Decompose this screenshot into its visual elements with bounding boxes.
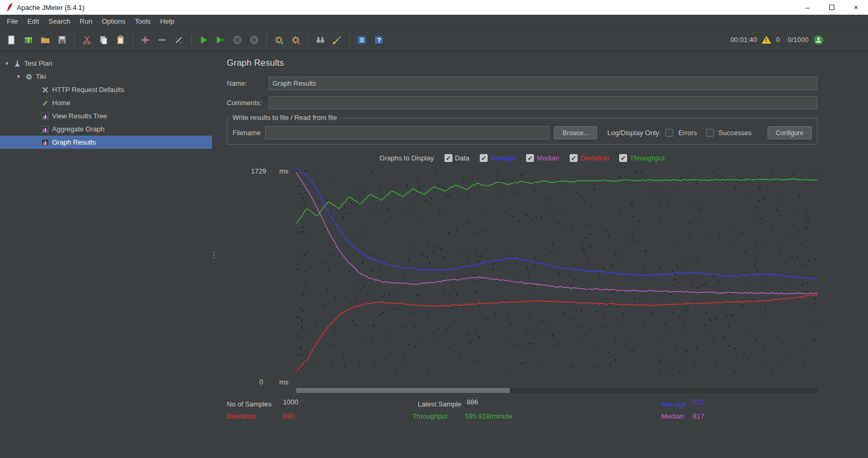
menu-edit[interactable]: Edit bbox=[23, 15, 44, 28]
clear-icon[interactable] bbox=[330, 33, 345, 47]
tree-item-label: View Results Tree bbox=[52, 112, 107, 120]
users-icon bbox=[813, 35, 824, 45]
tree-item-graph-results[interactable]: Graph Results bbox=[0, 136, 212, 149]
filename-input[interactable] bbox=[265, 126, 549, 139]
start-icon[interactable] bbox=[196, 33, 211, 47]
save-icon[interactable] bbox=[55, 33, 69, 47]
listener-chart-icon bbox=[41, 125, 49, 134]
remote-start-all-icon[interactable] bbox=[271, 33, 286, 47]
latest-sample-value: 886 bbox=[467, 398, 478, 406]
thread-count: 0/1000 bbox=[788, 36, 809, 44]
errors-checkbox[interactable] bbox=[665, 129, 673, 137]
comments-label: Comments: bbox=[227, 99, 269, 107]
tree-main-splitter[interactable]: ⋮ bbox=[212, 52, 216, 458]
menu-options[interactable]: Options bbox=[97, 15, 130, 28]
minimize-button[interactable]: – bbox=[795, 0, 820, 15]
successes-label: Successes bbox=[719, 129, 752, 137]
window-title: Apache JMeter (5.4.1) bbox=[17, 4, 85, 12]
tree-item-home[interactable]: Home bbox=[0, 96, 212, 109]
deviation-checkbox[interactable] bbox=[570, 154, 578, 162]
elapsed-time: 00:01:40 bbox=[730, 36, 757, 44]
configure-button[interactable]: Configure bbox=[768, 126, 812, 139]
average-stat-value: 821 bbox=[693, 398, 704, 406]
errors-label: Errors bbox=[678, 129, 697, 137]
tree-item-label: Graph Results bbox=[52, 138, 96, 146]
window-controls: – × bbox=[795, 0, 868, 15]
error-count[interactable]: 0 bbox=[776, 36, 780, 44]
graph-scrollbar[interactable] bbox=[296, 388, 817, 393]
start-no-pauses-icon[interactable] bbox=[213, 33, 228, 47]
graph-area: 1729 ms 0 ms bbox=[227, 166, 817, 386]
copy-icon[interactable] bbox=[96, 33, 111, 47]
jmeter-logo-icon bbox=[5, 3, 13, 12]
menu-file[interactable]: File bbox=[2, 15, 23, 28]
throughput-checkbox[interactable] bbox=[619, 154, 627, 162]
average-checkbox[interactable] bbox=[480, 154, 488, 162]
successes-checkbox[interactable] bbox=[706, 129, 714, 137]
remote-stop-all-icon[interactable] bbox=[288, 33, 303, 47]
graphs-to-display-row: Graphs to Display Data Average Median De… bbox=[227, 154, 817, 162]
data-label: Data bbox=[455, 154, 469, 162]
gear-icon bbox=[25, 73, 33, 81]
tree-item-test-plan[interactable]: ▾ Test Plan bbox=[0, 57, 212, 70]
shutdown-icon[interactable] bbox=[247, 33, 261, 47]
new-file-icon[interactable] bbox=[4, 33, 19, 47]
tree-item-view-results-tree[interactable]: View Results Tree bbox=[0, 109, 212, 123]
chevron-down-icon[interactable]: ▾ bbox=[15, 73, 22, 80]
tree-item-http-request-defaults[interactable]: HTTP Request Defaults bbox=[0, 83, 212, 96]
comments-input[interactable] bbox=[269, 96, 817, 109]
menu-help[interactable]: Help bbox=[156, 15, 179, 28]
browse-button[interactable]: Browse... bbox=[554, 126, 597, 139]
name-input[interactable] bbox=[269, 77, 817, 90]
log-display-only-label: Log/Display Only: bbox=[607, 129, 661, 137]
throughput-stat-label: Throughput bbox=[412, 412, 448, 420]
no-of-samples-label: No of Samples bbox=[227, 400, 271, 408]
svg-text:?: ? bbox=[377, 36, 381, 44]
tree-item-label: Tiki bbox=[36, 73, 46, 80]
help-icon[interactable]: ? bbox=[371, 33, 386, 47]
tree-item-aggregate-graph[interactable]: Aggregate Graph bbox=[0, 123, 212, 136]
latest-sample-label: Latest Sample bbox=[418, 400, 461, 408]
crossed-tools-icon bbox=[41, 86, 49, 94]
expand-add-icon[interactable] bbox=[138, 33, 153, 47]
toggle-icon[interactable] bbox=[171, 33, 186, 47]
test-plan-tree: ▾ Test Plan ▾ Tiki HTTP Request Defaults… bbox=[0, 52, 212, 458]
tree-item-label: Home bbox=[52, 99, 70, 107]
cut-icon[interactable] bbox=[79, 33, 94, 47]
menu-run[interactable]: Run bbox=[75, 15, 97, 28]
test-plan-flask-icon bbox=[13, 59, 22, 68]
data-checkbox[interactable] bbox=[445, 154, 452, 162]
y-axis-max-label: 1729 bbox=[251, 167, 266, 175]
main-panel: Graph Results Name: Comments: Write resu… bbox=[216, 52, 868, 458]
tree-item-label: Test Plan bbox=[24, 59, 52, 67]
listener-chart-icon bbox=[41, 112, 49, 120]
deviation-label: Deviation bbox=[580, 154, 609, 162]
menu-bar: File Edit Search Run Options Tools Help bbox=[0, 15, 868, 28]
paste-icon[interactable] bbox=[113, 33, 128, 47]
templates-icon[interactable] bbox=[21, 33, 36, 47]
average-stat-label: Average bbox=[661, 400, 687, 408]
median-label: Median bbox=[537, 154, 559, 162]
average-label: Average bbox=[490, 154, 516, 162]
menu-search[interactable]: Search bbox=[44, 15, 75, 28]
no-of-samples-value: 1000 bbox=[283, 398, 298, 406]
stop-icon[interactable] bbox=[230, 33, 245, 47]
tree-item-label: HTTP Request Defaults bbox=[52, 86, 124, 94]
graphs-to-display-label: Graphs to Display bbox=[379, 154, 433, 162]
median-checkbox[interactable] bbox=[526, 154, 534, 162]
open-file-icon[interactable] bbox=[38, 33, 53, 47]
chevron-down-icon[interactable]: ▾ bbox=[3, 60, 11, 67]
y-axis-min-label: 0 bbox=[259, 378, 263, 386]
tree-item-tiki[interactable]: ▾ Tiki bbox=[0, 70, 212, 83]
throughput-label: Throughput bbox=[630, 154, 665, 162]
scrollbar-thumb[interactable] bbox=[296, 388, 510, 393]
search-icon[interactable] bbox=[313, 33, 328, 47]
maximize-button[interactable] bbox=[820, 0, 844, 15]
close-button[interactable]: × bbox=[844, 0, 868, 15]
warning-icon[interactable] bbox=[762, 36, 771, 44]
function-helper-icon[interactable] bbox=[355, 33, 369, 47]
group-title: Write results to file / Read from file bbox=[230, 114, 339, 121]
name-label: Name: bbox=[227, 79, 269, 87]
collapse-remove-icon[interactable] bbox=[155, 33, 169, 47]
menu-tools[interactable]: Tools bbox=[130, 15, 155, 28]
